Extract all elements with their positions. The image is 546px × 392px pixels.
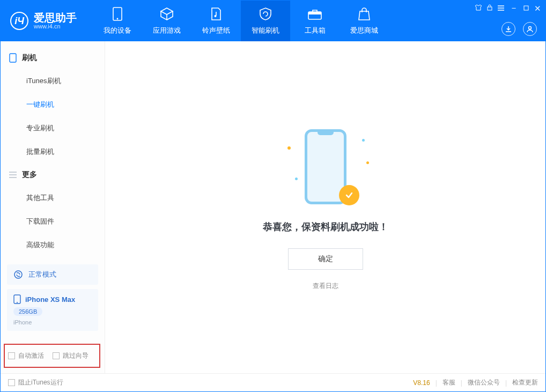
view-log-link[interactable]: 查看日志 (313, 282, 338, 291)
logo-block[interactable]: iЧ 爱思助手 www.i4.cn (1, 12, 93, 30)
cube-icon (160, 6, 174, 21)
nav-flash[interactable]: 智能刷机 (241, 1, 290, 41)
logo-icon: iЧ (10, 12, 28, 30)
maximize-button[interactable] (523, 5, 529, 12)
svg-rect-8 (10, 54, 16, 62)
mode-label: 正常模式 (28, 270, 56, 279)
svg-point-7 (529, 27, 532, 29)
nav-store[interactable]: 爱思商城 (340, 1, 389, 41)
nav-label: 我的设备 (104, 26, 131, 35)
nav-label: 工具箱 (305, 26, 326, 35)
sidebar-item-batch-flash[interactable]: 批量刷机 (21, 140, 105, 164)
sidebar-item-itunes-flash[interactable]: iTunes刷机 (21, 69, 105, 93)
svg-point-2 (215, 15, 217, 17)
checkbox-label: 自动激活 (18, 351, 44, 360)
device-icon (113, 6, 122, 21)
top-bar: iЧ 爱思助手 www.i4.cn 我的设备 应用游戏 铃声壁纸 (1, 1, 545, 41)
ok-button[interactable]: 确定 (288, 248, 363, 270)
device-capacity: 256GB (13, 307, 42, 316)
menu-icon[interactable] (498, 5, 504, 12)
section-title: 刷机 (22, 53, 37, 63)
checkbox-skip-setup[interactable]: 跳过向导 (53, 351, 88, 360)
checkbox-icon (8, 352, 15, 359)
highlight-checkbox-group: 自动激活 跳过向导 (4, 344, 100, 368)
section-title: 更多 (22, 170, 37, 180)
wechat-link[interactable]: 微信公众号 (468, 378, 500, 387)
nav-label: 应用游戏 (153, 26, 181, 35)
bag-icon (358, 6, 371, 21)
sidebar-item-oneclick-flash[interactable]: 一键刷机 (21, 93, 105, 116)
support-link[interactable]: 客服 (442, 378, 455, 387)
sidebar-item-pro-flash[interactable]: 专业刷机 (21, 116, 105, 140)
nav-label: 爱思商城 (350, 26, 378, 35)
sidebar: 刷机 iTunes刷机 一键刷机 专业刷机 批量刷机 更多 其他工具 下载固件 … (1, 41, 105, 373)
phone-icon (13, 294, 21, 304)
close-button[interactable]: ✕ (534, 4, 541, 13)
checkbox-stop-itunes[interactable]: 阻止iTunes运行 (8, 378, 63, 387)
sidebar-item-download-firmware[interactable]: 下载固件 (21, 210, 105, 233)
nav-label: 铃声壁纸 (202, 26, 230, 35)
svg-point-1 (117, 18, 119, 20)
svg-rect-6 (524, 6, 528, 10)
user-button[interactable] (523, 22, 537, 36)
nav-apps[interactable]: 应用游戏 (142, 1, 191, 41)
mode-card[interactable]: 正常模式 (7, 264, 98, 285)
svg-rect-4 (308, 12, 321, 14)
main-content: 恭喜您，保资料刷机成功啦！ 确定 查看日志 (105, 41, 545, 373)
refresh-shield-icon (259, 6, 272, 21)
device-card[interactable]: iPhone XS Max 256GB iPhone (7, 289, 98, 331)
nav-toolbox[interactable]: 工具箱 (290, 1, 340, 41)
sidebar-section-more[interactable]: 更多 (1, 164, 105, 186)
svg-point-11 (17, 302, 18, 303)
shirt-icon[interactable] (475, 4, 482, 12)
sync-icon (13, 270, 23, 279)
device-name: iPhone XS Max (25, 295, 75, 304)
list-icon (9, 172, 17, 178)
sidebar-item-advanced[interactable]: 高级功能 (21, 233, 105, 257)
svg-rect-5 (488, 7, 492, 10)
version-label: V8.16 (413, 379, 430, 387)
success-message: 恭喜您，保资料刷机成功啦！ (263, 220, 388, 233)
check-update-link[interactable]: 检查更新 (512, 378, 538, 387)
brand-site: www.i4.cn (34, 23, 77, 29)
checkbox-label: 阻止iTunes运行 (18, 378, 63, 387)
success-illustration (280, 124, 371, 210)
footer-bar: 阻止iTunes运行 V8.16 | 客服 | 微信公众号 | 检查更新 (1, 373, 545, 391)
window-controls: － ✕ (475, 3, 541, 14)
sidebar-item-other-tools[interactable]: 其他工具 (21, 186, 105, 210)
lock-icon[interactable] (487, 4, 492, 12)
minimize-button[interactable]: － (510, 3, 518, 14)
nav-ringtone[interactable]: 铃声壁纸 (191, 1, 241, 41)
music-file-icon (210, 6, 222, 21)
top-nav-group: 我的设备 应用游戏 铃声壁纸 智能刷机 工具箱 (93, 1, 389, 41)
device-type: iPhone (13, 319, 92, 326)
header-action-buttons (501, 22, 537, 36)
brand-name: 爱思助手 (34, 12, 77, 23)
checkbox-label: 跳过向导 (63, 351, 88, 360)
checkbox-icon (53, 352, 60, 359)
download-button[interactable] (501, 22, 515, 36)
nav-label: 智能刷机 (252, 26, 279, 35)
toolbox-icon (307, 6, 322, 21)
device-outline-icon (9, 53, 17, 63)
check-badge-icon (339, 185, 359, 205)
nav-device[interactable]: 我的设备 (93, 1, 142, 41)
svg-point-9 (14, 271, 22, 278)
checkbox-icon (8, 379, 15, 386)
sidebar-section-flash[interactable]: 刷机 (1, 47, 105, 69)
checkbox-auto-activate[interactable]: 自动激活 (8, 351, 44, 360)
